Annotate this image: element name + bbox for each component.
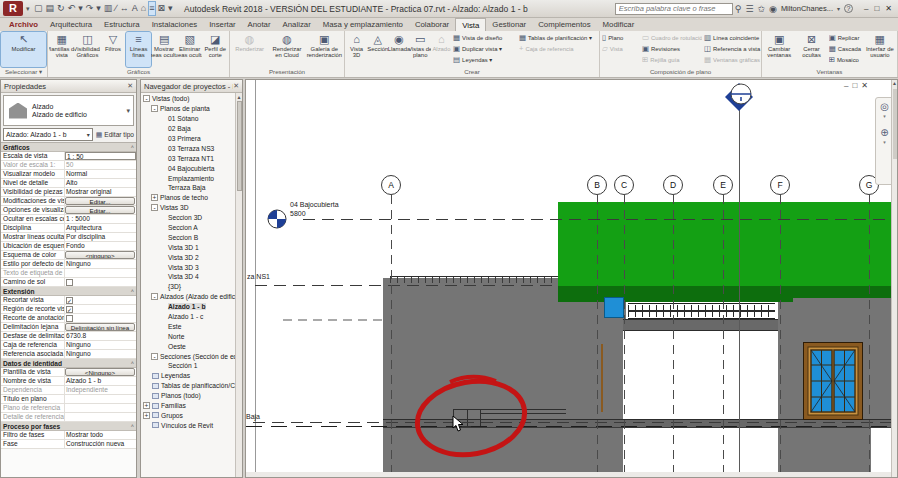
revit-logo[interactable]: R xyxy=(3,1,23,16)
save-icon[interactable]: ▤ xyxy=(46,2,55,15)
browser-scroll-thumb[interactable] xyxy=(237,101,242,191)
button-filtros[interactable]: ▽Filtros xyxy=(100,32,126,67)
subscription-icon[interactable]: ☰ xyxy=(745,4,753,14)
tree-item-03-primera[interactable]: 03 Primera xyxy=(141,134,242,144)
roof-edge-band-right[interactable] xyxy=(793,286,898,298)
tab-modificar[interactable]: Modificar xyxy=(597,18,641,31)
button-cambiar-ventanas[interactable]: ▣Cambiarventanas xyxy=(763,32,795,67)
type-selector[interactable]: Alzado Alzado de edificio ▾ xyxy=(3,95,134,126)
property-button[interactable]: <Ninguno> xyxy=(65,368,135,376)
property-checkbox[interactable]: ✓ xyxy=(66,297,73,304)
grid-bubble-f[interactable]: F xyxy=(770,175,790,195)
grid-bubble-a[interactable]: A xyxy=(381,175,401,195)
tree-item-seccion-a[interactable]: Seccion A xyxy=(141,223,242,233)
tree-item-vistas-3d[interactable]: -Vistas 3D xyxy=(141,203,242,213)
tree-item-03-terraza-nt1[interactable]: 03 Terraza NT1 xyxy=(141,153,242,163)
browser-scrollbar[interactable]: ▲ xyxy=(235,93,242,477)
property-checkbox[interactable] xyxy=(66,315,73,322)
expand-icon[interactable]: + xyxy=(143,412,150,419)
tab-anotar[interactable]: Anotar xyxy=(242,18,277,31)
button-rejilla-guia[interactable]: ⊞Rejilla guía xyxy=(642,54,702,65)
section-collapse-icon[interactable]: ˄ xyxy=(131,144,136,150)
minimize-button[interactable]: – xyxy=(864,4,868,13)
brown-window[interactable] xyxy=(803,342,863,420)
zoom-tool-icon[interactable]: ⊕ xyxy=(880,127,888,139)
close-button[interactable]: ✕ xyxy=(885,4,892,13)
button-cerrar-ocultas[interactable]: ⊠Cerrarocultas xyxy=(795,32,827,67)
property-button[interactable]: Editar... xyxy=(65,197,135,205)
help-icon[interactable]: ? xyxy=(844,4,853,13)
canvas-scrollbar[interactable]: ▲ xyxy=(891,80,897,477)
button-visibilidad-graficos[interactable]: ◫Visibilidad/Gráficos xyxy=(75,32,101,67)
star-icon[interactable]: ✩ xyxy=(757,4,765,14)
canvas-scroll-thumb[interactable] xyxy=(893,89,897,159)
property-button[interactable]: Editar... xyxy=(65,206,135,214)
steering-wheel-caret-icon[interactable]: ▾ xyxy=(883,113,886,119)
button-eliminar-lineas-ocultas[interactable]: ▧Eliminarlíneas ocultas xyxy=(177,32,203,67)
level-line-terraza-ns1[interactable] xyxy=(255,285,558,286)
instance-combo[interactable]: Alzado: Alzado 1 - b ▾ xyxy=(3,128,93,141)
grid-bubble-b[interactable]: B xyxy=(587,175,607,195)
terrace-railing[interactable] xyxy=(390,276,558,283)
tree-item-seccion-1[interactable]: Sección 1 xyxy=(141,361,242,371)
grid-bubble-e[interactable]: E xyxy=(713,175,733,195)
undo-icon[interactable]: ↶ xyxy=(68,2,76,15)
property-checkbox[interactable]: ✓ xyxy=(66,306,73,313)
collapse-icon[interactable]: - xyxy=(151,204,158,211)
user-icon[interactable]: ◉ xyxy=(769,4,777,14)
view-close-button[interactable]: ✕ xyxy=(861,81,872,90)
app-menu-caret-icon[interactable]: ▾ xyxy=(26,5,30,13)
button-renderizar-en-cloud[interactable]: ◍Renderizaren Cloud xyxy=(268,32,305,67)
button-vistas-de-plano[interactable]: ▭Vistas deplano xyxy=(410,32,431,67)
tree-item-leyendas[interactable]: Leyendas xyxy=(141,371,242,381)
signed-in-user[interactable]: MiltonChanes... xyxy=(781,4,833,13)
button-mostrar-lineas-ocultas[interactable]: ▤Mostrarlíneas ocultas xyxy=(151,32,177,67)
tree-item-seccion-3d[interactable]: Seccion 3D xyxy=(141,213,242,223)
tree-item-vinculos-de-revit[interactable]: Vínculos de Revit xyxy=(141,420,242,430)
tree-item-vista-3d-1[interactable]: Vista 3D 1 xyxy=(141,242,242,252)
measure-icon[interactable]: ∕ xyxy=(115,2,117,15)
button-llamada[interactable]: ◉Llamada xyxy=(388,32,409,67)
expand-icon[interactable]: + xyxy=(151,194,158,201)
tab-estructura[interactable]: Estructura xyxy=(98,18,146,31)
dimension-icon[interactable]: ↔ xyxy=(120,2,129,15)
close-hidden-icon[interactable]: ⊠ xyxy=(158,2,166,15)
browser-close-icon[interactable]: ✕ xyxy=(233,82,239,90)
user-caret-icon[interactable]: ▾ xyxy=(837,5,840,12)
collapse-icon[interactable]: - xyxy=(151,353,158,360)
button-vista-3d[interactable]: ⌂Vista3D xyxy=(346,32,367,67)
tree-item-alzado-1-b[interactable]: Alzado 1 - b xyxy=(141,302,242,312)
tree-item-02-baja[interactable]: 02 Baja xyxy=(141,124,242,134)
button-interfaz-de-usuario[interactable]: ▦Interfaz deusuario xyxy=(864,32,896,67)
button-duplicar-vista[interactable]: ▣Duplicar vista ▾ xyxy=(453,43,517,54)
tree-item-grupos[interactable]: +Grupos xyxy=(141,411,242,421)
level-elevation-bajocubierta[interactable]: 5800 xyxy=(290,210,306,217)
customize-caret-icon[interactable]: ▾ xyxy=(168,2,173,15)
button-seccion[interactable]: ◬Sección xyxy=(367,32,388,67)
level-line-baja[interactable] xyxy=(253,422,898,423)
button-galeria-de-renderizacion[interactable]: ▣Galería derenderización xyxy=(306,32,343,67)
tree-item-terraza-baja[interactable]: Terraza Baja xyxy=(141,183,242,193)
expand-icon[interactable]: + xyxy=(143,402,150,409)
tab-instalaciones[interactable]: Instalaciones xyxy=(146,18,204,31)
collapse-icon[interactable]: - xyxy=(143,95,150,102)
tree-item-vistas-todo[interactable]: -Vistas (todo) xyxy=(141,94,242,104)
button-plantillas-de-vista[interactable]: ▦Plantillas devista xyxy=(49,32,75,67)
collapse-icon[interactable]: - xyxy=(151,105,158,112)
drawing-canvas[interactable]: 04 Bajocubierta 5800 za NS1 Baja ABCDEFG xyxy=(245,79,898,478)
grid-bubble-c[interactable]: C xyxy=(614,175,634,195)
tree-item-planos-de-planta[interactable]: -Planos de planta xyxy=(141,104,242,114)
blue-window[interactable] xyxy=(604,297,624,318)
edit-type-button[interactable]: ▦ Editar tipo xyxy=(96,131,134,139)
level-label-bajocubierta[interactable]: 04 Bajocubierta xyxy=(290,201,339,208)
tab-masa-y-emplazamiento[interactable]: Masa y emplazamiento xyxy=(317,18,409,31)
tree-item-este[interactable]: Este xyxy=(141,321,242,331)
button-linea-coincidente[interactable]: ▥Línea coincidente xyxy=(704,32,762,43)
level-marker-icon[interactable] xyxy=(267,209,287,229)
button-plano[interactable]: ▯Plano xyxy=(602,32,640,43)
level-line-baja-2[interactable] xyxy=(246,426,898,427)
tree-item-alzado-1-c[interactable]: Alzado 1 - c xyxy=(141,312,242,322)
property-button[interactable]: Delimitación sin línea xyxy=(65,323,135,331)
beam[interactable] xyxy=(623,319,778,331)
redo-caret-icon[interactable]: ▾ xyxy=(96,2,101,15)
